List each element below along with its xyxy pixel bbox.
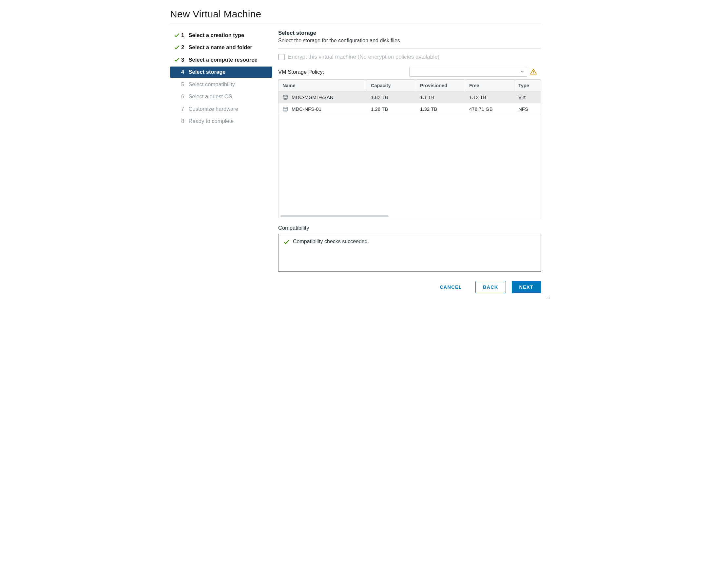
wizard-step-label: 2 Select a name and folder [181, 44, 252, 51]
encrypt-row: Encrypt this virtual machine (No encrypt… [278, 48, 541, 62]
horizontal-scrollbar[interactable] [279, 215, 541, 218]
wizard-dialog: New Virtual Machine 1 Select a creation … [159, 0, 552, 300]
svg-point-3 [283, 107, 288, 108]
wizard-step-6: 6 Select a guest OS [170, 91, 272, 102]
table-header-row: Name Capacity Provisioned Free Type [279, 80, 541, 91]
compatibility-title: Compatibility [278, 225, 541, 231]
wizard-title: New Virtual Machine [170, 8, 541, 20]
th-type[interactable]: Type [514, 80, 534, 91]
cell-name: MDC-MGMT-vSAN [292, 94, 333, 100]
cell-provisioned: 1.1 TB [416, 94, 465, 100]
back-button[interactable]: BACK [475, 281, 506, 293]
svg-line-6 [549, 298, 550, 299]
svg-point-1 [533, 73, 534, 74]
check-icon [284, 239, 289, 245]
wizard-step-8: 8 Ready to complete [170, 116, 272, 127]
datastore-table: Name Capacity Provisioned Free Type MDC-… [278, 79, 541, 218]
cell-free: 1.12 TB [465, 94, 514, 100]
warning-icon [530, 68, 537, 76]
wizard-content: Select storage Select the storage for th… [272, 30, 541, 293]
wizard-step-3[interactable]: 3 Select a compute resource [170, 55, 272, 65]
table-row[interactable]: MDC-NFS-011.28 TB1.32 TB478.71 GBNFS [279, 103, 541, 115]
wizard-step-label: 8 Ready to complete [181, 118, 234, 125]
cell-provisioned: 1.32 TB [416, 106, 465, 112]
table-body: MDC-MGMT-vSAN1.82 TB1.1 TB1.12 TBVirtMDC… [279, 91, 541, 215]
wizard-footer: CANCEL BACK NEXT [278, 281, 541, 293]
cancel-button[interactable]: CANCEL [432, 281, 470, 293]
check-icon [173, 57, 180, 63]
wizard-steps-nav: 1 Select a creation type2 Select a name … [170, 30, 272, 128]
th-name[interactable]: Name [279, 80, 367, 91]
cell-type: NFS [514, 106, 534, 112]
cell-capacity: 1.82 TB [367, 94, 416, 100]
resize-grip-icon[interactable] [545, 295, 550, 299]
next-button[interactable]: NEXT [512, 281, 541, 293]
th-provisioned[interactable]: Provisioned [416, 80, 465, 91]
cell-free: 478.71 GB [465, 106, 514, 112]
wizard-step-4[interactable]: 4 Select storage [170, 66, 272, 77]
vm-storage-policy-select[interactable] [409, 67, 527, 77]
compatibility-message: Compatibility checks succeeded. [293, 238, 369, 245]
divider [170, 24, 541, 24]
wizard-step-5: 5 Select compatibility [170, 79, 272, 90]
wizard-step-label: 1 Select a creation type [181, 32, 244, 39]
svg-point-2 [283, 95, 288, 97]
wizard-step-label: 4 Select storage [181, 68, 225, 76]
wizard-step-label: 5 Select compatibility [181, 81, 235, 88]
encrypt-checkbox [278, 54, 285, 60]
th-capacity[interactable]: Capacity [367, 80, 416, 91]
encrypt-label: Encrypt this virtual machine (No encrypt… [288, 54, 439, 60]
cell-capacity: 1.28 TB [367, 106, 416, 112]
check-icon [173, 45, 180, 50]
step-subtitle: Select the storage for the configuration… [278, 38, 541, 44]
step-title: Select storage [278, 30, 541, 36]
cell-type: Virt [514, 94, 534, 100]
wizard-step-1[interactable]: 1 Select a creation type [170, 30, 272, 41]
chevron-down-icon [520, 69, 524, 75]
wizard-step-7: 7 Customize hardware [170, 104, 272, 114]
datastore-icon [282, 107, 288, 111]
vm-storage-policy-label: VM Storage Policy: [278, 69, 409, 75]
wizard-step-label: 7 Customize hardware [181, 106, 238, 112]
datastore-icon [282, 95, 288, 100]
check-icon [173, 33, 180, 38]
th-free[interactable]: Free [465, 80, 514, 91]
compatibility-box: Compatibility checks succeeded. [278, 234, 541, 272]
wizard-step-label: 3 Select a compute resource [181, 56, 258, 63]
wizard-step-2[interactable]: 2 Select a name and folder [170, 42, 272, 53]
wizard-step-label: 6 Select a guest OS [181, 93, 232, 100]
table-row[interactable]: MDC-MGMT-vSAN1.82 TB1.1 TB1.12 TBVirt [279, 91, 541, 103]
cell-name: MDC-NFS-01 [292, 106, 321, 112]
